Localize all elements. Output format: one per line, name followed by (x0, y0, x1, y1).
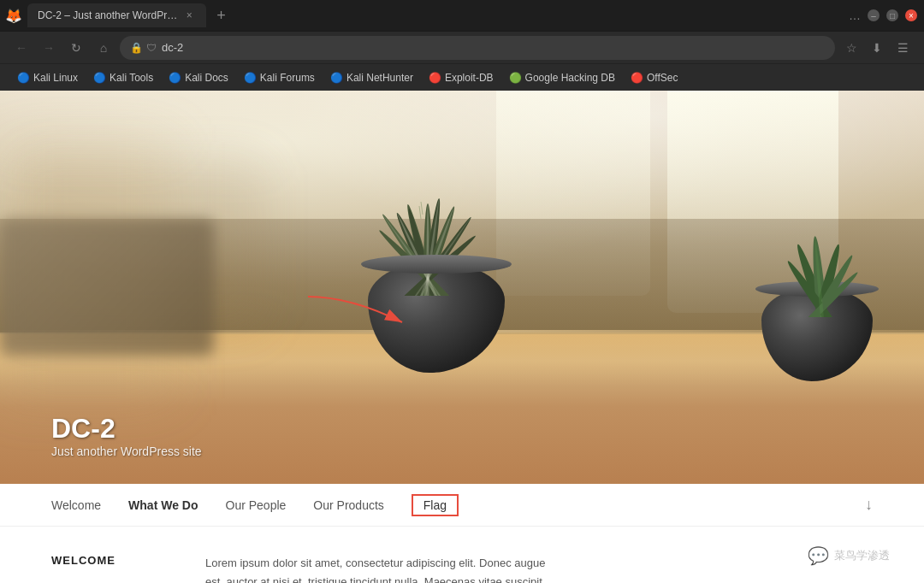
svg-line-2 (419, 206, 421, 219)
site-navigation: Welcome What We Do Our People Our Produc… (0, 484, 924, 527)
offsec-icon: 🔴 (631, 72, 643, 84)
navigation-bar: ← → ↻ ⌂ 🔒 🛡 dc-2 ☆ ⬇ ☰ (0, 31, 924, 63)
content-heading: WELCOME (51, 554, 154, 583)
title-bar: 🦊 DC-2 – Just another WordPr… × + … – □ … (0, 0, 924, 31)
hero-section: DC-2 Just another WordPress site (0, 91, 924, 484)
page-content: DC-2 Just another WordPress site Welcome… (0, 91, 924, 583)
close-button[interactable]: × (905, 9, 917, 21)
kali-forums-icon: 🔵 (244, 72, 257, 84)
bookmark-kali-linux[interactable]: 🔵 Kali Linux (10, 69, 85, 86)
nav-item-what-we-do[interactable]: What We Do (128, 495, 198, 515)
home-button[interactable]: ⌂ (92, 37, 115, 59)
bookmark-google-hacking-label: Google Hacking DB (525, 72, 615, 84)
scroll-down-button[interactable]: ↓ (865, 496, 873, 514)
nav-item-welcome[interactable]: Welcome (51, 495, 101, 515)
bookmark-kali-tools-label: Kali Tools (110, 72, 153, 84)
browser-chrome: 🦊 DC-2 – Just another WordPr… × + … – □ … (0, 0, 924, 91)
bookmark-kali-linux-label: Kali Linux (33, 72, 78, 84)
kali-docs-icon: 🔵 (169, 72, 181, 84)
address-text: dc-2 (162, 41, 825, 54)
overflow-button[interactable]: … (849, 9, 861, 22)
nav-items: Welcome What We Do Our People Our Produc… (51, 494, 459, 516)
shield-icon: 🛡 (146, 42, 157, 54)
tab-bar: DC-2 – Just another WordPr… × + (27, 3, 842, 27)
browser-icon: 🦊 (7, 9, 21, 22)
kali-nethunter-icon: 🔵 (330, 72, 343, 84)
watermark-icon: 💬 (808, 545, 829, 566)
tab-close-button[interactable]: × (182, 9, 196, 22)
active-tab[interactable]: DC-2 – Just another WordPr… × (27, 3, 206, 27)
google-hacking-icon: 🟢 (509, 72, 522, 84)
nav-item-flag[interactable]: Flag (412, 494, 459, 516)
refresh-button[interactable]: ↻ (65, 37, 87, 59)
content-section: WELCOME Lorem ipsum dolor sit amet, cons… (0, 527, 924, 583)
minimize-button[interactable]: – (868, 9, 880, 21)
address-bar[interactable]: 🔒 🛡 dc-2 (120, 36, 835, 60)
window-controls: … – □ × (849, 9, 917, 22)
bookmark-kali-docs-label: Kali Docs (185, 72, 228, 84)
forward-button[interactable]: → (38, 37, 60, 59)
site-title: DC-2 (51, 413, 202, 445)
exploit-db-icon: 🔴 (429, 72, 441, 84)
bookmark-kali-forums-label: Kali Forums (260, 72, 315, 84)
bookmark-google-hacking[interactable]: 🟢 Google Hacking DB (502, 69, 622, 86)
site-subtitle: Just another WordPress site (51, 445, 202, 458)
nav-actions: ☆ ⬇ ☰ (840, 37, 914, 59)
bookmark-exploit-db[interactable]: 🔴 Exploit-DB (422, 69, 500, 86)
bookmark-kali-forums[interactable]: 🔵 Kali Forums (237, 69, 322, 86)
bookmark-exploit-db-label: Exploit-DB (445, 72, 494, 84)
content-text: Lorem ipsum dolor sit amet, consectetur … (205, 554, 548, 583)
bookmark-kali-nethunter[interactable]: 🔵 Kali NetHunter (323, 69, 420, 86)
site-title-overlay: DC-2 Just another WordPress site (51, 413, 202, 458)
annotation-arrow (299, 288, 428, 343)
bookmark-star-button[interactable]: ☆ (840, 37, 862, 59)
nav-item-our-people[interactable]: Our People (226, 495, 287, 515)
bookmark-kali-tools[interactable]: 🔵 Kali Tools (86, 69, 160, 86)
downloads-button[interactable]: ⬇ (866, 37, 888, 59)
right-plant (761, 287, 873, 381)
address-icons: 🔒 🛡 (130, 42, 157, 54)
bookmark-kali-nethunter-label: Kali NetHunter (346, 72, 413, 84)
watermark: 💬 菜鸟学渗透 (808, 545, 890, 566)
bookmark-offsec-label: OffSec (647, 72, 678, 84)
tab-title: DC-2 – Just another WordPr… (38, 9, 177, 21)
kali-tools-icon: 🔵 (93, 72, 106, 84)
bookmark-offsec[interactable]: 🔴 OffSec (624, 69, 684, 86)
nav-item-our-products[interactable]: Our Products (313, 495, 383, 515)
bookmark-kali-docs[interactable]: 🔵 Kali Docs (162, 69, 235, 86)
kali-linux-icon: 🔵 (17, 72, 30, 84)
menu-button[interactable]: ☰ (891, 37, 914, 59)
new-tab-button[interactable]: + (210, 7, 233, 25)
bookmarks-bar: 🔵 Kali Linux 🔵 Kali Tools 🔵 Kali Docs 🔵 … (0, 63, 924, 91)
maximize-button[interactable]: □ (886, 9, 898, 21)
lock-icon: 🔒 (130, 42, 143, 54)
back-button[interactable]: ← (10, 37, 33, 59)
svg-line-3 (421, 202, 423, 215)
watermark-text: 菜鸟学渗透 (834, 548, 890, 563)
